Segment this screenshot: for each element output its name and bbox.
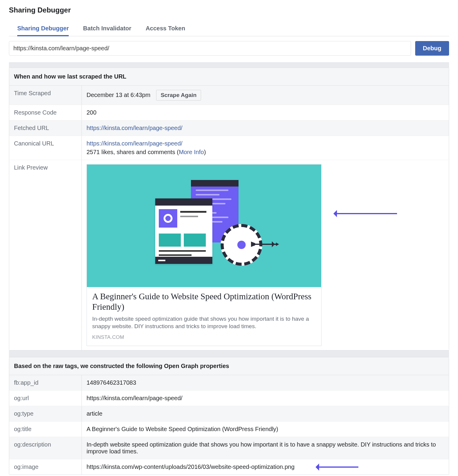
more-info-link[interactable]: More Info bbox=[179, 149, 204, 155]
og-properties-panel: Based on the raw tags, we constructed th… bbox=[9, 357, 449, 475]
og-row-value: In-depth website speed optimization guid… bbox=[82, 437, 449, 459]
og-panel-title: Based on the raw tags, we constructed th… bbox=[9, 357, 449, 375]
response-code-label: Response Code bbox=[9, 105, 82, 120]
fetched-url-label: Fetched URL bbox=[9, 120, 82, 136]
scrape-again-button[interactable]: Scrape Again bbox=[156, 90, 201, 101]
preview-domain: KINSTA.COM bbox=[92, 334, 316, 340]
og-row-label: og:image bbox=[9, 459, 82, 475]
scrape-panel-title: When and how we last scraped the URL bbox=[9, 68, 449, 86]
tabs: Sharing Debugger Batch Invalidator Acces… bbox=[9, 21, 449, 36]
preview-title: A Beginner's Guide to Website Speed Opti… bbox=[92, 291, 316, 312]
annotation-arrow-icon bbox=[317, 466, 358, 468]
fetched-url-link[interactable]: https://kinsta.com/learn/page-speed/ bbox=[87, 125, 182, 131]
scrape-info-panel: When and how we last scraped the URL Tim… bbox=[9, 68, 449, 350]
url-input[interactable] bbox=[9, 41, 411, 56]
og-row-label: og:title bbox=[9, 422, 82, 437]
annotation-arrow-icon bbox=[335, 213, 397, 214]
preview-description: In-depth website speed optimization guid… bbox=[92, 315, 316, 330]
og-row-label: og:type bbox=[9, 406, 82, 421]
preview-image bbox=[87, 165, 321, 287]
og-row-value: https://kinsta.com/learn/page-speed/ bbox=[82, 391, 449, 406]
og-row-label: og:description bbox=[9, 437, 82, 459]
og-row-value: A Beginner's Guide to Website Speed Opti… bbox=[82, 422, 449, 437]
time-scraped-value: December 13 at 6:43pm bbox=[87, 92, 150, 98]
canonical-url-label: Canonical URL bbox=[9, 136, 82, 160]
response-code-value: 200 bbox=[82, 105, 449, 120]
time-scraped-label: Time Scraped bbox=[9, 86, 82, 105]
og-row-value: https://kinsta.com/wp-content/uploads/20… bbox=[87, 464, 294, 470]
canonical-stats-suffix: ) bbox=[204, 149, 206, 155]
tab-sharing-debugger[interactable]: Sharing Debugger bbox=[17, 21, 69, 36]
debug-button[interactable]: Debug bbox=[415, 41, 449, 56]
og-row-label: fb:app_id bbox=[9, 375, 82, 390]
canonical-stats: 2571 likes, shares and comments ( bbox=[87, 149, 179, 155]
tab-batch-invalidator[interactable]: Batch Invalidator bbox=[83, 21, 131, 36]
og-row-value: article bbox=[82, 406, 449, 421]
canonical-url-link[interactable]: https://kinsta.com/learn/page-speed/ bbox=[87, 140, 182, 147]
og-row-label: og:url bbox=[9, 391, 82, 406]
tab-access-token[interactable]: Access Token bbox=[146, 21, 185, 36]
link-preview-card[interactable]: A Beginner's Guide to Website Speed Opti… bbox=[87, 164, 321, 346]
link-preview-label: Link Preview bbox=[9, 160, 82, 350]
og-row-value: 148976462317083 bbox=[82, 375, 449, 390]
page-title: Sharing Debugger bbox=[9, 6, 449, 14]
